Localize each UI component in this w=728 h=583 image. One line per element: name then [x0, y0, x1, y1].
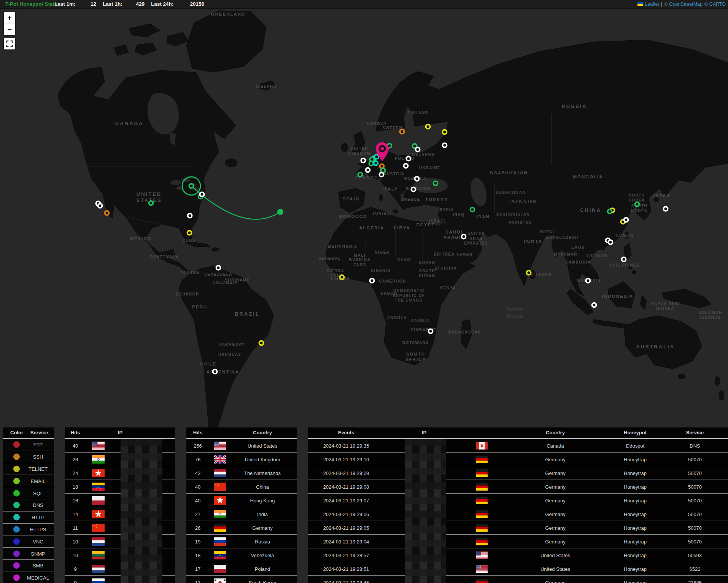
attack-marker-dot[interactable]	[259, 340, 264, 346]
events-header: Events IP Country Honeypot Service	[308, 427, 728, 439]
attack-marker-dot[interactable]	[585, 278, 591, 284]
hits-value: 40	[65, 443, 86, 448]
attack-marker-dot[interactable]	[411, 187, 416, 192]
hits-value: 26	[65, 456, 86, 462]
events-rows: 2024-03-21 19:29:35CanadaDdospotDNS2024-…	[308, 439, 728, 583]
country-value: United States	[513, 566, 597, 572]
table-row: 2024-03-21 19:29:09GermanyHoneytrap50070	[308, 466, 728, 480]
attack-marker-dot[interactable]	[361, 158, 366, 164]
us-flag-icon	[214, 442, 226, 450]
attack-marker-dot[interactable]	[470, 207, 475, 213]
country-value: The Netherlands	[228, 470, 297, 476]
honeypot-header: Honeypot	[597, 427, 673, 438]
event-timestamp: 2024-03-21 19:28:57	[308, 552, 384, 558]
table-row: SQL	[3, 487, 54, 499]
service-color-dot	[13, 562, 20, 569]
country-header: Country	[513, 427, 597, 438]
table-row: 2024-03-21 19:29:04GermanyHoneytrap50070	[308, 535, 728, 548]
hits-value: 256	[186, 443, 209, 448]
attack-source-dot[interactable]	[189, 183, 194, 189]
service-label: VNC	[22, 539, 54, 544]
attack-marker-dot[interactable]	[216, 265, 221, 271]
carto-link[interactable]: © CARTO	[704, 2, 726, 7]
osm-link[interactable]: © OpenStreetMap	[664, 2, 703, 7]
hits-header: Hits	[65, 427, 86, 438]
hits-value: 24	[65, 470, 86, 476]
service-color-dot	[13, 442, 20, 448]
attack-marker-dot[interactable]	[379, 172, 385, 178]
attack-marker-dot[interactable]	[634, 202, 640, 207]
zoom-out-button[interactable]: −	[4, 24, 15, 35]
attack-marker-dot[interactable]	[442, 143, 448, 148]
fullscreen-icon	[6, 40, 13, 48]
country-value: Germany	[513, 511, 597, 517]
ip-header: IP	[86, 427, 154, 438]
attack-marker-dot[interactable]	[608, 240, 614, 245]
attack-marker-dot[interactable]	[428, 329, 434, 334]
hits-value: 10	[65, 539, 86, 544]
table-row: 40Hong Kong	[186, 494, 297, 507]
hits-value: 18	[65, 484, 86, 489]
attack-marker-dot[interactable]	[415, 147, 421, 153]
gb-flag-icon	[214, 455, 226, 464]
attack-marker-dot[interactable]	[461, 234, 467, 240]
attack-marker-dot[interactable]	[591, 302, 597, 308]
attack-marker-dot[interactable]	[187, 230, 192, 236]
ve-flag-icon	[214, 551, 226, 559]
in-flag-icon	[92, 455, 105, 464]
zoom-in-button[interactable]: +	[4, 12, 15, 24]
attack-marker-dot[interactable]	[104, 210, 110, 216]
attack-marker-dot[interactable]	[623, 217, 629, 223]
attack-marker-dot[interactable]	[403, 163, 409, 169]
de-flag-icon	[476, 497, 488, 504]
ukraine-flag-icon	[637, 2, 643, 6]
hits-country-header: Hits Country	[186, 427, 297, 439]
attack-marker-dot[interactable]	[433, 181, 439, 186]
attack-marker-dot[interactable]	[358, 172, 363, 178]
attack-marker-dot[interactable]	[526, 270, 532, 276]
fullscreen-button[interactable]	[4, 38, 15, 49]
hits-country-rows: 256United States76United Kingdom42The Ne…	[186, 439, 297, 583]
us-flag-icon	[476, 551, 488, 559]
map-pin-marker[interactable]	[376, 142, 389, 163]
attack-marker-dot[interactable]	[406, 156, 412, 162]
last-24h-value: 20156	[175, 0, 204, 8]
attribution-separator: |	[661, 2, 662, 7]
attack-marker-dot[interactable]	[212, 369, 218, 375]
last-1m-value: 12	[76, 0, 96, 8]
attack-marker-dot[interactable]	[365, 167, 371, 173]
hits-value: 27	[186, 511, 209, 517]
table-row: SNMP	[3, 548, 54, 560]
attack-marker-dot[interactable]	[414, 176, 420, 182]
blurred-ip-column	[121, 439, 162, 583]
ca-flag-icon	[476, 442, 488, 450]
hk-flag-icon	[92, 510, 105, 518]
attack-marker-dot[interactable]	[425, 124, 431, 130]
country-value: Germany	[228, 525, 297, 531]
service-label: SNMP	[22, 551, 54, 556]
hits-value: 42	[186, 470, 209, 476]
attack-marker-dot[interactable]	[339, 275, 345, 280]
country-value: Venezuela	[228, 552, 297, 558]
attack-marker-dot[interactable]	[148, 200, 154, 206]
table-row: DNS	[3, 499, 54, 512]
hits-value: 10	[65, 552, 86, 558]
country-value: Germany	[513, 580, 597, 583]
attack-marker-dot[interactable]	[369, 278, 375, 284]
nl-flag-icon	[92, 565, 105, 573]
attack-marker-dot[interactable]	[663, 206, 669, 212]
attack-marker-dot[interactable]	[97, 203, 103, 209]
attack-marker-dot[interactable]	[199, 192, 205, 197]
attack-marker-dot[interactable]	[187, 213, 193, 219]
attack-marker-dot[interactable]	[399, 129, 405, 135]
attack-marker-dot[interactable]	[621, 257, 627, 262]
leaflet-link[interactable]: Leaflet	[645, 2, 659, 7]
honeypot-value: Honeytrap	[597, 497, 673, 503]
service-color-dot	[13, 550, 20, 557]
service-label: HTTP	[22, 515, 54, 520]
events-table: Events IP Country Honeypot Service 2024-…	[308, 427, 728, 583]
attack-marker-dot[interactable]	[607, 209, 613, 214]
us-flag-icon	[92, 442, 105, 450]
event-timestamp: 2024-03-21 19:29:10	[308, 456, 384, 462]
attack-marker-dot[interactable]	[442, 129, 448, 135]
